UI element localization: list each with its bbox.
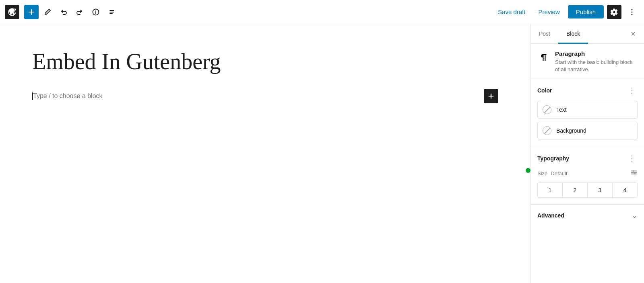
wordpress-logo (5, 5, 19, 19)
font-size-4-button[interactable]: 4 (613, 183, 637, 197)
gear-icon (610, 8, 618, 16)
tab-block[interactable]: Block (558, 24, 588, 43)
publish-button[interactable]: Publish (568, 5, 604, 18)
background-color-label: Background (556, 127, 586, 134)
toolbar-right: Save draft Preview Publish (493, 5, 639, 19)
toolbar: Save draft Preview Publish (0, 0, 644, 24)
scroll-indicator (526, 168, 530, 173)
text-color-option[interactable]: Text (537, 101, 638, 119)
list-view-button[interactable] (105, 5, 119, 19)
save-draft-button[interactable]: Save draft (493, 6, 530, 18)
size-row: Size Default (537, 169, 638, 178)
info-icon (92, 8, 100, 16)
plus-inline-icon (487, 92, 495, 100)
size-value: Default (551, 170, 567, 176)
toolbar-left (5, 5, 491, 19)
preview-button[interactable]: Preview (533, 6, 564, 18)
font-size-1-button[interactable]: 1 (538, 183, 563, 197)
svg-point-2 (632, 11, 633, 12)
ellipsis-vertical-icon (628, 8, 636, 16)
svg-point-3 (632, 14, 633, 15)
sliders-icon (630, 169, 638, 176)
typography-section: Typography ⋮ Size Default 1 2 3 4 (531, 146, 644, 205)
size-label: Size (537, 170, 547, 176)
placeholder-text: Type / to choose a block (33, 92, 498, 100)
redo-button[interactable] (72, 5, 87, 19)
block-text-info: Paragraph Start with the basic building … (555, 50, 638, 73)
font-size-2-button[interactable]: 2 (563, 183, 588, 197)
undo-button[interactable] (56, 5, 71, 19)
typography-section-more-button[interactable]: ⋮ (626, 153, 638, 164)
color-section-more-button[interactable]: ⋮ (626, 85, 638, 96)
block-placeholder[interactable]: Type / to choose a block (32, 88, 498, 104)
add-block-toolbar-button[interactable] (24, 5, 39, 19)
settings-button[interactable] (607, 5, 621, 19)
sidebar: Post Block × Paragraph Start with the ba… (530, 24, 644, 283)
block-info: Paragraph Start with the basic building … (531, 44, 644, 78)
no-color-icon-bg (543, 126, 551, 135)
more-options-button[interactable] (625, 5, 639, 19)
no-color-icon-text (543, 105, 551, 114)
font-size-3-button[interactable]: 3 (588, 183, 613, 197)
paragraph-block-icon (537, 51, 550, 64)
plus-icon (27, 8, 35, 16)
advanced-section-header[interactable]: Advanced ⌄ (537, 211, 638, 220)
redo-icon (76, 8, 84, 16)
editor-area[interactable]: Embed In Gutenberg Type / to choose a bl… (0, 24, 530, 283)
block-description: Start with the basic building block of a… (555, 59, 638, 73)
svg-point-1 (632, 9, 633, 10)
font-size-button-group: 1 2 3 4 (537, 183, 638, 198)
undo-icon (60, 8, 68, 16)
background-color-option[interactable]: Background (537, 122, 638, 139)
pencil-icon (43, 8, 52, 16)
close-sidebar-button[interactable]: × (627, 28, 639, 40)
svg-point-5 (634, 174, 636, 175)
text-color-label: Text (556, 107, 567, 113)
color-section-header: Color ⋮ (537, 85, 638, 96)
advanced-section: Advanced ⌄ (531, 205, 644, 226)
main-layout: Embed In Gutenberg Type / to choose a bl… (0, 24, 644, 283)
typography-section-header: Typography ⋮ (537, 153, 638, 164)
typography-section-title: Typography (537, 155, 569, 162)
block-name-label: Paragraph (555, 50, 638, 57)
details-button[interactable] (89, 5, 103, 19)
sidebar-tabs: Post Block × (531, 24, 644, 44)
list-view-icon (108, 8, 116, 16)
svg-point-4 (633, 170, 634, 172)
add-block-inline-button[interactable] (484, 89, 498, 103)
edit-tool-button[interactable] (40, 5, 55, 19)
color-section: Color ⋮ Text Background (531, 78, 644, 146)
wp-logo-icon (7, 7, 17, 17)
advanced-section-title: Advanced (537, 212, 564, 219)
advanced-chevron-icon: ⌄ (632, 211, 638, 220)
paragraph-icon (539, 53, 549, 62)
color-section-title: Color (537, 87, 552, 94)
tab-post[interactable]: Post (531, 24, 558, 43)
size-controls-icon-button[interactable] (630, 169, 638, 178)
post-title[interactable]: Embed In Gutenberg (32, 48, 498, 75)
